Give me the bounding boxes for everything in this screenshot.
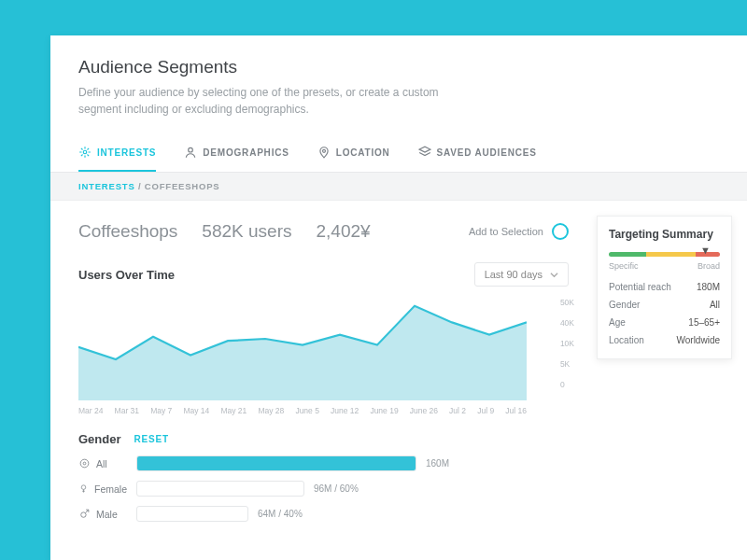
interests-icon (78, 146, 92, 159)
xtick: May 21 (220, 406, 247, 415)
specificity-bar: ▼ Specific Broad (609, 252, 720, 271)
male-icon (78, 508, 91, 520)
xtick: May 28 (258, 406, 284, 415)
tab-location[interactable]: LOCATION (317, 136, 390, 172)
saved-icon (418, 146, 431, 159)
header: Audience Segments Define your audience b… (50, 35, 747, 131)
add-to-selection-button[interactable]: Add to Selection (469, 223, 569, 240)
all-icon (78, 457, 91, 469)
summary-row: LocationWorldwide (609, 335, 720, 345)
add-to-selection-label: Add to Selection (469, 226, 543, 237)
breadcrumb-leaf: COFFEESHOPS (145, 181, 220, 191)
chevron-down-icon (550, 271, 558, 279)
ytick: 0 (560, 380, 574, 389)
tab-demographics[interactable]: DEMOGRAPHICS (184, 136, 289, 172)
svg-point-3 (80, 459, 89, 468)
tab-label: DEMOGRAPHICS (203, 147, 289, 158)
svg-point-5 (81, 485, 86, 490)
xtick: June 19 (370, 406, 398, 415)
summary-row: Potential reach180M (609, 282, 720, 292)
audience-segments-panel: Audience Segments Define your audience b… (50, 35, 747, 560)
segment-name: Coffeeshops (78, 221, 177, 242)
ytick: 50K (560, 298, 574, 307)
chart-title: Users Over Time (78, 268, 175, 282)
xtick: Jul 16 (505, 406, 527, 415)
summary-row: Age15–65+ (609, 317, 720, 328)
tab-label: LOCATION (336, 147, 390, 158)
users-over-time-chart: 50K40K10K5K0 Mar 24Mar 31May 7May 14May … (78, 298, 569, 415)
ring-icon (552, 223, 569, 240)
gender-value: 160M (426, 458, 449, 469)
gender-value: 64M / 40% (258, 509, 303, 519)
gender-row-female[interactable]: Female 96M / 60% (78, 481, 569, 497)
gender-row-male[interactable]: Male 64M / 40% (78, 506, 569, 522)
gender-section: Gender RESET All 160M Female 96M / 60% M… (78, 432, 569, 522)
demographics-icon (184, 146, 197, 159)
location-icon (317, 146, 331, 159)
tab-saved-audiences[interactable]: SAVED AUDIENCES (418, 136, 537, 172)
breadcrumb-root[interactable]: INTERESTS (78, 181, 135, 191)
summary-row: GenderAll (609, 300, 720, 310)
gender-label: All (96, 458, 107, 469)
svg-point-4 (83, 462, 86, 465)
svg-point-2 (322, 149, 325, 152)
gender-title: Gender (78, 432, 121, 446)
tab-label: INTERESTS (97, 147, 156, 158)
xtick: Mar 24 (78, 406, 103, 415)
breadcrumb: INTERESTS / COFFEESHOPS (50, 173, 747, 201)
svg-point-1 (189, 147, 193, 152)
specific-label: Specific (609, 261, 639, 271)
xtick: Mar 31 (115, 406, 139, 415)
xtick: May 7 (150, 406, 172, 415)
tabs: INTERESTS DEMOGRAPHICS LOCATION SAVED AU… (50, 136, 747, 173)
segment-users: 582K users (202, 221, 291, 242)
tab-label: SAVED AUDIENCES (437, 147, 537, 158)
female-icon (78, 483, 89, 495)
time-range-label: Last 90 days (485, 269, 543, 280)
stats-row: Coffeeshops 582K users 2,402¥ Add to Sel… (78, 221, 569, 242)
specificity-marker-icon: ▼ (700, 245, 711, 256)
targeting-summary: Targeting Summary ▼ Specific Broad Poten… (597, 216, 732, 359)
page-subtitle: Define your audience by selecting one of… (78, 84, 471, 118)
gender-reset-button[interactable]: RESET (134, 434, 169, 444)
xtick: June 26 (410, 406, 438, 415)
ytick: 5K (560, 359, 574, 369)
gender-label: Female (94, 483, 127, 495)
ytick: 10K (560, 339, 574, 348)
segment-cost: 2,402¥ (316, 221, 370, 242)
summary-title: Targeting Summary (609, 228, 720, 241)
gender-row-all[interactable]: All 160M (78, 455, 569, 471)
xtick: June 12 (331, 406, 359, 415)
xtick: May 14 (183, 406, 209, 415)
svg-point-6 (81, 512, 86, 517)
xtick: June 5 (295, 406, 319, 415)
tab-interests[interactable]: INTERESTS (78, 136, 156, 172)
xtick: Jul 9 (477, 406, 494, 415)
broad-label: Broad (698, 261, 720, 271)
ytick: 40K (560, 318, 574, 328)
time-range-dropdown[interactable]: Last 90 days (474, 262, 569, 287)
svg-point-0 (83, 150, 87, 154)
xtick: Jul 2 (449, 406, 466, 415)
page-title: Audience Segments (78, 57, 719, 77)
gender-value: 96M / 60% (314, 483, 359, 494)
gender-label: Male (96, 509, 118, 520)
